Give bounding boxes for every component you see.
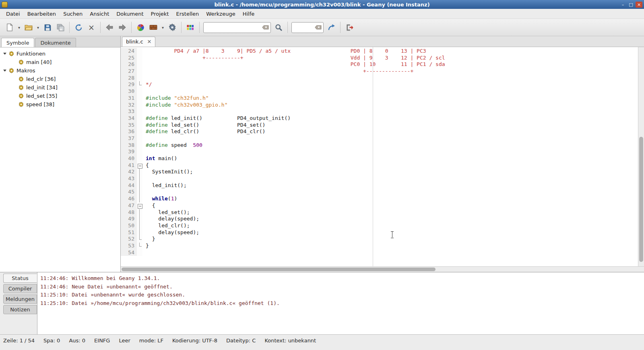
maximize-button[interactable]: □ xyxy=(627,2,634,8)
code-line[interactable]: 38#define speed 500 xyxy=(121,142,638,149)
close-file-button[interactable]: × xyxy=(85,21,97,34)
open-file-dropdown[interactable]: ▾ xyxy=(35,21,41,34)
code-line[interactable]: 29*/ xyxy=(121,81,638,88)
code-line[interactable]: 45 xyxy=(121,189,638,196)
code-line[interactable]: 44 led_init(); xyxy=(121,182,638,189)
panel-tab-notizen[interactable]: Notizen xyxy=(3,305,37,314)
code-line[interactable]: 43 xyxy=(121,175,638,182)
code-line[interactable]: 25 +-----------+ Vdd | 9 3 12 | PC2 / sc… xyxy=(121,55,638,62)
search-field[interactable] xyxy=(203,22,271,33)
code-line[interactable]: 35#define led_set() PD4_set() xyxy=(121,122,638,129)
fold-toggle-icon[interactable] xyxy=(137,202,142,209)
menu-bearbeiten[interactable]: Bearbeiten xyxy=(24,10,60,18)
code-line[interactable]: 54 xyxy=(121,249,638,256)
search-input[interactable] xyxy=(205,25,262,31)
code-line[interactable]: 40int main() xyxy=(121,155,638,162)
code-line[interactable]: 27 +--------------+ xyxy=(121,68,638,75)
code-line[interactable]: 36#define led_clr() PD4_clr() xyxy=(121,128,638,135)
code-line[interactable]: 33 xyxy=(121,108,638,115)
code-line[interactable]: 46 while(1) xyxy=(121,196,638,202)
expander-icon[interactable] xyxy=(2,70,8,72)
code-line[interactable]: 24 PD4 / a7 |8 3 9| PD5 / a5 / utx PD0 |… xyxy=(121,48,638,55)
tree-item-funktionen[interactable]: Funktionen xyxy=(0,49,120,58)
tab-symbole[interactable]: Symbole xyxy=(1,38,34,47)
new-file-dropdown[interactable]: ▾ xyxy=(17,21,22,34)
code-area[interactable]: 24 PD4 / a7 |8 3 9| PD5 / a5 / utx PD0 |… xyxy=(121,47,638,266)
code-line[interactable]: 41{ xyxy=(121,162,638,169)
new-file-button[interactable] xyxy=(4,21,16,34)
tree-item-speed[interactable]: speed [38] xyxy=(0,100,120,109)
save-all-button[interactable] xyxy=(54,21,66,34)
save-button[interactable] xyxy=(41,21,54,34)
fold-margin xyxy=(137,115,142,122)
menu-suchen[interactable]: Suchen xyxy=(60,10,86,18)
tab-dokumente[interactable]: Dokumente xyxy=(35,38,76,47)
code-line[interactable]: 26 PC0 | 10 11 | PC1 / sda xyxy=(121,61,638,68)
minimize-button[interactable]: – xyxy=(619,2,626,8)
search-button[interactable] xyxy=(272,21,285,34)
close-button[interactable]: × xyxy=(636,2,642,8)
code-line[interactable]: 42 SystemInit(); xyxy=(121,169,638,175)
menu-erstellen[interactable]: Erstellen xyxy=(172,10,202,18)
status-message[interactable]: 11:25:10: Datei »/home/mcu/programming/c… xyxy=(40,299,644,308)
code-line[interactable]: 52 } xyxy=(121,236,638,243)
expander-icon[interactable] xyxy=(2,53,8,55)
compile-button[interactable] xyxy=(134,21,147,34)
back-button[interactable] xyxy=(103,21,116,34)
status-message[interactable]: 11:24:46: Neue Datei »unbenannt« geöffne… xyxy=(40,283,644,291)
code-line[interactable]: 31#include "ch32fun.h" xyxy=(121,95,638,102)
tree-item-led_init[interactable]: led_init [34] xyxy=(0,83,120,92)
code-line[interactable]: 39 xyxy=(121,148,638,155)
clear-goto-icon[interactable] xyxy=(315,25,322,30)
code-line[interactable]: 51 delay(speed); xyxy=(121,229,638,236)
revert-button[interactable] xyxy=(72,21,85,34)
panel-tab-status[interactable]: Status xyxy=(3,274,37,283)
run-button[interactable] xyxy=(166,21,178,34)
tree-item-led_set[interactable]: led_set [35] xyxy=(0,92,120,100)
tree-item-makros[interactable]: Makros xyxy=(0,66,120,75)
statusbar-item: Aus: 0 xyxy=(69,338,85,344)
code-line[interactable]: 49 delay(speed); xyxy=(121,216,638,222)
code-line[interactable]: 34#define led_init() PD4_output_init() xyxy=(121,115,638,122)
code-text xyxy=(142,249,146,256)
menu-werkzeuge[interactable]: Werkzeuge xyxy=(202,10,239,18)
forward-button[interactable] xyxy=(116,21,128,34)
menu-hilfe[interactable]: Hilfe xyxy=(239,10,258,18)
code-line[interactable]: 53} xyxy=(121,243,638,249)
titlebar: blink.c - /home/mcu/programming/ch32v003… xyxy=(0,0,644,9)
tab-close-icon[interactable]: ✕ xyxy=(147,39,152,45)
tree-item-led_clr[interactable]: led_clr [36] xyxy=(0,75,120,83)
menu-dokument[interactable]: Dokument xyxy=(113,10,147,18)
build-button[interactable] xyxy=(147,21,159,34)
quit-button[interactable] xyxy=(343,21,355,34)
vertical-scrollbar-thumb[interactable] xyxy=(639,137,643,262)
goto-line-button[interactable] xyxy=(325,21,337,34)
code-line[interactable]: 50 led_clr(); xyxy=(121,222,638,229)
tree-item-main[interactable]: main [40] xyxy=(0,58,120,66)
open-file-button[interactable] xyxy=(23,21,35,34)
panel-tab-meldungen[interactable]: Meldungen xyxy=(3,294,37,304)
code-line[interactable]: 28 xyxy=(121,75,638,82)
editor-tab-blink[interactable]: blink.c ✕ xyxy=(122,37,155,47)
goto-line-field[interactable] xyxy=(291,22,324,33)
menu-datei[interactable]: Datei xyxy=(2,10,24,18)
code-line[interactable]: 32#include "ch32v003_gpio.h" xyxy=(121,102,638,109)
code-line[interactable]: 47 { xyxy=(121,202,638,209)
vertical-scrollbar[interactable] xyxy=(638,47,644,266)
horizontal-scrollbar[interactable] xyxy=(121,266,644,272)
status-message[interactable]: 11:24:46: Willkommen bei Geany 1.34.1. xyxy=(40,274,644,283)
fold-toggle-icon[interactable] xyxy=(137,162,142,169)
horizontal-scrollbar-thumb[interactable] xyxy=(122,268,436,271)
symbol-icon xyxy=(18,59,24,66)
clear-search-icon[interactable] xyxy=(262,25,269,30)
menu-ansicht[interactable]: Ansicht xyxy=(86,10,113,18)
status-message[interactable]: 11:25:10: Datei »unbenannt« wurde geschl… xyxy=(40,291,644,299)
color-chooser-button[interactable] xyxy=(184,21,196,34)
goto-line-input[interactable] xyxy=(293,25,315,31)
code-line[interactable]: 48 led_set(); xyxy=(121,209,638,216)
panel-tab-compiler[interactable]: Compiler xyxy=(3,284,37,293)
menu-projekt[interactable]: Projekt xyxy=(147,10,173,18)
build-dropdown[interactable]: ▾ xyxy=(160,21,165,34)
code-line[interactable]: 30 xyxy=(121,88,638,95)
code-line[interactable]: 37 xyxy=(121,135,638,142)
